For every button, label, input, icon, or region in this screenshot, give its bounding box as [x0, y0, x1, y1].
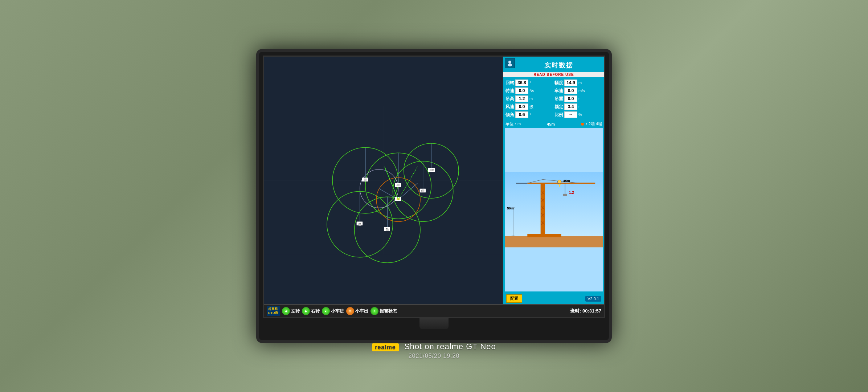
svg-point-42	[508, 61, 511, 64]
bottom-bar: 起重机 DTU通 ◀ 左转 ▶ 右转 ▲ 小车进 ▼ 小车出	[264, 304, 604, 317]
warning-text: READ BEFORE USE	[503, 72, 604, 77]
config-row: 配置 V2.0.1	[503, 293, 604, 304]
btn-car-out[interactable]: ▼ 小车出	[346, 307, 368, 315]
speed-item: 特速 0.0 °/s	[505, 87, 553, 94]
monitor-screen: 1# 7# 3# 4# 5# 6# 10#	[263, 56, 605, 318]
lift-height-value: 1.2	[515, 95, 528, 102]
unit-row: 单位：m 45m • 2端 4端	[503, 120, 604, 128]
svg-rect-37	[422, 189, 425, 192]
svg-rect-36	[397, 184, 400, 186]
photo-date: 2021/05/20 19:20	[372, 353, 496, 359]
unit-label: 单位：m	[505, 121, 521, 127]
data-title: 实时数据	[516, 58, 601, 71]
svg-rect-34	[364, 179, 367, 181]
svg-rect-46	[505, 236, 603, 247]
monitor-stand	[419, 318, 449, 329]
lift-weight-value: 0.0	[564, 95, 577, 102]
rated-value: 3.4	[564, 103, 577, 110]
svg-text:1.2: 1.2	[569, 191, 574, 195]
svg-rect-35	[359, 224, 361, 226]
svg-rect-33	[386, 229, 389, 231]
svg-text:45m: 45m	[563, 179, 570, 183]
btn-left-turn[interactable]: ◀ 左转	[282, 307, 300, 315]
config-button[interactable]: 配置	[506, 294, 522, 303]
alarm-icon: !	[370, 307, 378, 315]
lift-weight-item: 吊重 0.0 t	[554, 95, 602, 102]
svg-point-43	[508, 64, 512, 66]
realme-badge: realme	[372, 343, 399, 351]
speed-value: 0.0	[515, 87, 528, 94]
amplitude-value: 14.9	[564, 79, 577, 86]
svg-rect-39	[430, 169, 433, 171]
shot-text: Shot on realme GT Neo	[404, 342, 496, 351]
svg-point-66	[557, 180, 561, 183]
right-data-panel: 实时数据 READ BEFORE USE 回转 36.8 ° 幅度	[503, 57, 604, 304]
monitor-frame: 1# 7# 3# 4# 5# 6# 10#	[256, 49, 612, 343]
tilt-item: 倾角 0.6 °	[505, 111, 553, 118]
car-speed-item: 车速 0.0 m/s	[554, 87, 602, 94]
timer-value: 00:31:57	[582, 308, 601, 314]
crane-side-view: 1.2 45m 50m	[505, 128, 603, 291]
car-in-icon: ▲	[322, 307, 330, 315]
btn-alarm-status[interactable]: ! 报警状态	[370, 307, 397, 315]
version-badge: V2.0.1	[585, 296, 601, 302]
left-turn-icon: ◀	[282, 307, 290, 315]
tilt-value: 0.6	[515, 111, 528, 118]
screen-content: 1# 7# 3# 4# 5# 6# 10#	[264, 57, 604, 304]
svg-text:50m: 50m	[507, 207, 514, 211]
car-out-icon: ▼	[346, 307, 354, 315]
rated-item: 额定 3.4 t	[554, 103, 602, 110]
wind-speed-item: 风速 0.0 级	[505, 103, 553, 110]
timer-display: 班时: 00:31:57	[570, 308, 601, 314]
car-speed-value: 0.0	[564, 87, 577, 94]
logo-badge: 起重机 DTU通	[267, 306, 280, 316]
distance-label: 45m	[523, 122, 579, 126]
svg-rect-60	[527, 234, 561, 237]
right-turn-icon: ▶	[302, 307, 310, 315]
photo-watermark: realme Shot on realme GT Neo 2021/05/20 …	[372, 342, 496, 359]
rotation-item: 回转 36.8 °	[505, 79, 553, 86]
crane-map-panel: 1# 7# 3# 4# 5# 6# 10#	[264, 57, 503, 304]
data-grid: 回转 36.8 ° 幅度 14.9 m 特速 0.0	[503, 77, 604, 120]
svg-rect-64	[563, 194, 567, 196]
amplitude-item: 幅度 14.9 m	[554, 79, 602, 86]
lift-height-item: 吊高 1.2 m	[505, 95, 553, 102]
ratio-item: 比例 -- %	[554, 111, 602, 118]
btn-car-in[interactable]: ▲ 小车进	[322, 307, 344, 315]
dot-indicator	[581, 123, 584, 126]
end-label: • 2端 4端	[586, 121, 602, 127]
ratio-value: --	[564, 111, 577, 118]
btn-right-turn[interactable]: ▶ 右转	[302, 307, 320, 315]
rotation-value: 36.8	[515, 79, 528, 86]
user-icon	[505, 58, 515, 68]
wind-speed-value: 0.0	[515, 103, 528, 110]
svg-rect-49	[541, 183, 545, 236]
